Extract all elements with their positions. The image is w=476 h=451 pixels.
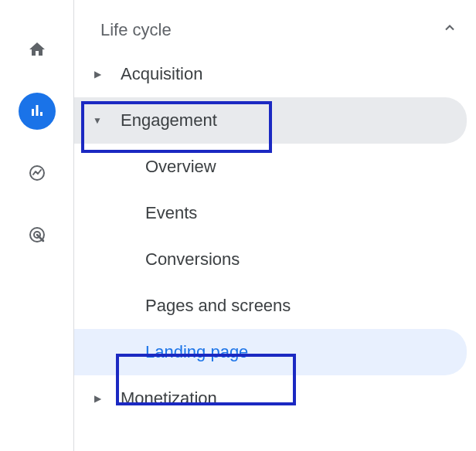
explore-icon[interactable] xyxy=(19,154,56,192)
nav-item-engagement[interactable]: ▼ Engagement xyxy=(74,97,467,144)
sub-label: Overview xyxy=(145,157,216,176)
nav-panel: Life cycle ▶ Acquisition ▼ Engagement Ov… xyxy=(74,0,476,451)
sub-label: Landing page xyxy=(145,342,248,361)
sub-item-pages-screens[interactable]: Pages and screens xyxy=(74,283,467,329)
chevron-up-icon xyxy=(442,20,457,40)
sub-item-overview[interactable]: Overview xyxy=(74,144,467,190)
nav-label: Monetization xyxy=(121,388,217,409)
sub-label: Events xyxy=(145,203,197,222)
caret-right-icon: ▶ xyxy=(91,393,104,404)
sub-item-conversions[interactable]: Conversions xyxy=(74,236,467,283)
reports-icon[interactable] xyxy=(19,93,56,130)
caret-right-icon: ▶ xyxy=(91,69,104,80)
sub-item-events[interactable]: Events xyxy=(74,190,467,236)
advertising-icon[interactable] xyxy=(19,216,56,253)
sub-label: Conversions xyxy=(145,249,240,269)
icon-rail xyxy=(0,0,74,451)
sub-label: Pages and screens xyxy=(145,296,291,315)
sub-item-landing-page[interactable]: Landing page xyxy=(74,329,467,375)
home-icon[interactable] xyxy=(19,31,56,68)
nav-label: Acquisition xyxy=(121,64,202,84)
caret-down-icon: ▼ xyxy=(91,115,104,126)
section-header[interactable]: Life cycle xyxy=(74,9,476,51)
section-title: Life cycle xyxy=(100,20,172,40)
nav-item-acquisition[interactable]: ▶ Acquisition xyxy=(74,51,467,97)
nav-label: Engagement xyxy=(121,110,217,131)
nav-item-monetization[interactable]: ▶ Monetization xyxy=(74,375,467,422)
